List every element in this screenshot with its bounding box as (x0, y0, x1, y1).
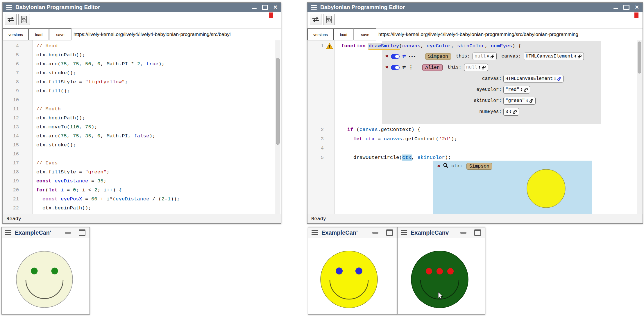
code-line-9[interactable]: 9ctx.fill(); (3, 87, 281, 96)
value-box[interactable]: HTMLCanvasElement▲▼ (524, 53, 584, 60)
example-name-badge[interactable]: Simpson (425, 53, 451, 60)
value-spinner[interactable]: ▲▼ (510, 110, 511, 114)
close-icon[interactable]: ✕ (273, 5, 278, 10)
trace-arrows-icon[interactable]: ⇄ (402, 53, 406, 59)
swap-arrows-button[interactable] (5, 14, 17, 25)
value-box[interactable]: null▲▼ (464, 64, 488, 71)
value-spinner[interactable]: ▲▼ (575, 55, 576, 58)
code-line-4[interactable]: 4 (307, 144, 643, 153)
minimize-icon[interactable] (613, 8, 618, 9)
versions-button[interactable]: versions (307, 28, 333, 41)
window-menu-icon[interactable] (312, 230, 318, 235)
code-line-19[interactable]: 19const eyeDistance = 35; (3, 177, 281, 186)
link-icon[interactable] (577, 54, 582, 59)
enable-toggle-icon[interactable] (391, 54, 400, 59)
window-menu-icon[interactable] (401, 230, 407, 235)
value-spinner[interactable]: ▲▼ (554, 77, 556, 81)
code-line-1[interactable]: 1function drawSmiley(canvas, eyeColor, s… (307, 42, 643, 51)
selection-tool-button[interactable] (18, 14, 30, 25)
minimize-icon[interactable] (65, 232, 71, 234)
example-menu-icon[interactable]: ⋮ (408, 65, 413, 70)
code-line-7[interactable]: 7ctx.stroke(); (3, 69, 281, 78)
code-line-8[interactable]: 8ctx.fillStyle = "lightyellow"; (3, 78, 281, 87)
minimize-icon[interactable] (460, 232, 466, 234)
maximize-icon[interactable] (474, 229, 481, 236)
close-icon[interactable]: ✕ (635, 5, 639, 10)
link-icon[interactable] (557, 77, 561, 81)
titlebar[interactable]: ExampleCanv (398, 227, 485, 238)
code-line-17[interactable]: 17// Eyes (3, 159, 281, 168)
scrollbar-thumb[interactable] (276, 58, 280, 145)
titlebar[interactable]: Babylonian Programming Editor ✕ (3, 3, 281, 12)
value-box[interactable]: "green"▲▼ (503, 97, 536, 105)
code-line-5[interactable]: 5 drawOuterCircle(ctx, skinColor); (307, 153, 643, 162)
code-line-18[interactable]: 18ctx.fillStyle = "green"; (3, 168, 281, 177)
load-button[interactable]: load (333, 28, 354, 41)
value-spinner[interactable]: ▲▼ (479, 66, 480, 69)
code-line-12[interactable]: 12ctx.beginPath(); (3, 114, 281, 123)
code-line-5[interactable]: 5ctx.beginPath(); (3, 51, 281, 60)
value-box[interactable]: null▲▼ (473, 53, 497, 60)
enable-toggle-icon[interactable] (391, 65, 400, 70)
swap-arrows-button[interactable] (310, 14, 321, 25)
maximize-icon[interactable] (262, 5, 268, 10)
probe-example-badge[interactable]: Simpson (466, 163, 492, 170)
maximize-icon[interactable] (386, 229, 393, 236)
code-line-6[interactable]: 6ctx.arc(75, 75, 50, 0, Math.PI * 2, tru… (3, 60, 281, 69)
example-name-badge[interactable]: Alien (422, 64, 443, 71)
link-icon[interactable] (513, 110, 517, 114)
value-spinner[interactable]: ▲▼ (487, 55, 489, 58)
window-menu-icon[interactable] (5, 230, 11, 235)
code-line-16[interactable]: 16 (3, 150, 281, 159)
code-line-10[interactable]: 10 (3, 96, 281, 105)
link-icon[interactable] (524, 88, 528, 92)
spinner-down-icon[interactable]: ▼ (479, 67, 480, 69)
window-menu-icon[interactable] (6, 5, 12, 10)
code-line-14[interactable]: 14ctx.arc(75, 75, 35, 0, Math.PI, false)… (3, 132, 281, 141)
delete-example-icon[interactable]: ✖ (385, 54, 388, 59)
window-menu-icon[interactable] (311, 5, 317, 10)
trace-arrows-icon[interactable]: ⇄ (402, 64, 406, 70)
titlebar[interactable]: ExampleCan' (2, 227, 90, 238)
titlebar[interactable]: ExampleCan' (308, 227, 397, 238)
maximize-icon[interactable] (623, 5, 629, 10)
spinner-down-icon[interactable]: ▼ (526, 101, 528, 103)
code-line-22[interactable]: 22 ctx.beginPath(); (3, 204, 281, 213)
spinner-down-icon[interactable]: ▼ (554, 79, 556, 81)
spinner-down-icon[interactable]: ▼ (521, 90, 522, 92)
code-line-20[interactable]: 20for(let i = 0; i < 2; i++) { (3, 186, 281, 195)
code-editor[interactable]: 1function drawSmiley(canvas, eyeColor, s… (307, 40, 643, 214)
spinner-down-icon[interactable]: ▼ (510, 112, 511, 114)
code-line-21[interactable]: 21 const eyePosX = 60 + i*(eyeDistance /… (3, 195, 281, 204)
save-button[interactable]: save (354, 28, 376, 41)
value-box[interactable]: "red"▲▼ (503, 86, 530, 94)
example-menu-icon[interactable]: ••• (408, 54, 416, 59)
minimize-icon[interactable] (252, 8, 257, 9)
code-line-15[interactable]: 15ctx.stroke(); (3, 141, 281, 150)
url-field[interactable]: https://lively-kernel.org/lively4/lively… (376, 28, 643, 41)
minimize-icon[interactable] (372, 232, 378, 234)
load-button[interactable]: load (28, 28, 49, 41)
code-line-3[interactable]: 3 let ctx = canvas.getContext('2d'); (307, 134, 643, 143)
link-icon[interactable] (529, 99, 534, 103)
spinner-down-icon[interactable]: ▼ (575, 56, 576, 58)
selection-tool-button[interactable] (323, 14, 335, 25)
spinner-down-icon[interactable]: ▼ (487, 56, 489, 58)
code-editor[interactable]: 4// Head5ctx.beginPath();6ctx.arc(75, 75… (3, 40, 281, 214)
delete-probe-icon[interactable]: ✖ (437, 164, 440, 169)
value-spinner[interactable]: ▲▼ (526, 99, 528, 103)
code-line-4[interactable]: 4// Head (3, 42, 281, 51)
link-icon[interactable] (482, 65, 486, 70)
delete-example-icon[interactable]: ✖ (385, 65, 388, 70)
value-spinner[interactable]: ▲▼ (521, 88, 522, 92)
maximize-icon[interactable] (79, 229, 85, 236)
titlebar[interactable]: Babylonian Programming Editor ✕ (307, 3, 643, 12)
code-line-11[interactable]: 11// Mouth (3, 105, 281, 114)
scrollbar[interactable] (637, 40, 642, 214)
magnifier-icon[interactable] (443, 163, 449, 170)
save-button[interactable]: save (49, 28, 71, 41)
versions-button[interactable]: versions (3, 28, 28, 41)
scrollbar[interactable] (276, 40, 280, 214)
url-field[interactable]: https://lively-kernel.org/lively4/lively… (71, 28, 281, 41)
link-icon[interactable] (490, 54, 495, 59)
